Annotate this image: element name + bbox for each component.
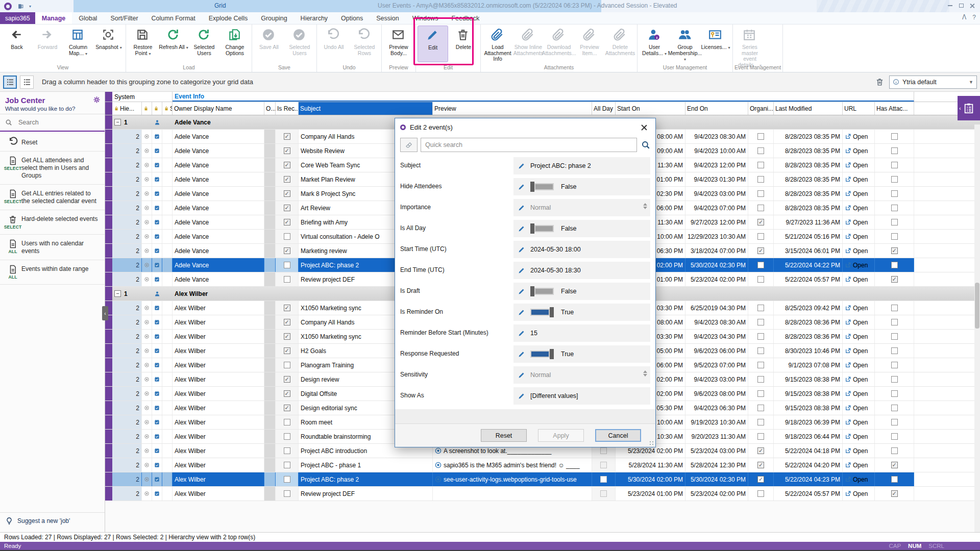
- open-link[interactable]: Open: [843, 344, 875, 358]
- column-header-subject[interactable]: Subject: [299, 102, 433, 115]
- user-details--button[interactable]: User Details... ▾: [639, 26, 670, 62]
- cell-isrec[interactable]: ✓: [276, 344, 299, 358]
- cell-org[interactable]: [748, 144, 774, 158]
- checkbox[interactable]: ✓: [284, 319, 290, 325]
- toggle-switch[interactable]: [530, 286, 554, 296]
- collapse-group-icon[interactable]: −: [114, 290, 121, 297]
- tab-explode-cells[interactable]: Explode Cells: [202, 12, 254, 24]
- tab-options[interactable]: Options: [334, 12, 370, 24]
- cell-org[interactable]: [748, 387, 774, 400]
- resize-grip[interactable]: [649, 441, 654, 446]
- help-icon[interactable]: ?: [972, 14, 976, 21]
- cancel-button[interactable]: Cancel: [595, 429, 641, 442]
- checkbox[interactable]: ✓: [284, 347, 290, 354]
- checkbox[interactable]: [891, 190, 898, 197]
- open-link[interactable]: Open: [843, 130, 875, 143]
- selected-users-button[interactable]: Selected Users: [189, 26, 219, 62]
- field-value-box[interactable]: False: [513, 283, 650, 300]
- sidebar-collapse-handle[interactable]: ‹: [102, 306, 108, 320]
- open-link[interactable]: Open: [843, 330, 875, 343]
- checkbox[interactable]: ✓: [284, 219, 290, 226]
- cell-hasatt[interactable]: ✓: [875, 272, 914, 286]
- clear-search-button[interactable]: [400, 138, 418, 152]
- cell-hasatt[interactable]: [875, 315, 914, 329]
- checkbox[interactable]: ✓: [891, 276, 898, 283]
- checkbox[interactable]: ✓: [284, 205, 290, 211]
- spinner-arrows[interactable]: [643, 203, 647, 209]
- cell-allday[interactable]: [592, 458, 616, 472]
- open-link[interactable]: Open: [843, 415, 875, 429]
- open-link[interactable]: Open: [843, 387, 875, 400]
- preview-body--button[interactable]: Preview Body...: [383, 26, 414, 62]
- cell-hasatt[interactable]: [875, 372, 914, 386]
- checkbox[interactable]: [600, 490, 607, 497]
- checkbox[interactable]: [891, 305, 898, 311]
- cell-isrec[interactable]: ✓: [276, 372, 299, 386]
- pencil-icon[interactable]: [518, 371, 525, 379]
- band-event-info[interactable]: Event Info: [173, 92, 914, 102]
- column-header-org[interactable]: Organi...: [748, 102, 774, 115]
- close-button[interactable]: [969, 3, 976, 9]
- checkbox[interactable]: [757, 319, 764, 325]
- edit-button[interactable]: Edit: [418, 26, 448, 62]
- tab-manage[interactable]: Manage: [35, 12, 72, 24]
- open-link[interactable]: Open: [843, 158, 875, 172]
- cell-isrec[interactable]: [276, 358, 299, 372]
- table-row[interactable]: 2Alex WilberProject ABC: phase 2see-user…: [105, 472, 980, 487]
- checkbox[interactable]: [600, 462, 607, 468]
- open-link[interactable]: Open: [843, 144, 875, 158]
- pencil-icon[interactable]: [518, 267, 525, 274]
- checkbox[interactable]: [891, 362, 898, 368]
- right-panel-toggle[interactable]: ‹: [958, 96, 980, 120]
- quick-search-input[interactable]: [421, 138, 637, 152]
- open-link[interactable]: Open: [843, 201, 875, 215]
- cell-hasatt[interactable]: ✓: [875, 458, 914, 472]
- minimize-button[interactable]: [946, 3, 953, 9]
- checkbox[interactable]: [757, 205, 764, 211]
- quick-access-caret-icon[interactable]: ▾: [29, 4, 31, 9]
- column-map--button[interactable]: Column Map... ▾: [63, 26, 93, 62]
- checkbox[interactable]: [757, 347, 764, 354]
- vertical-scrollbar[interactable]: [974, 124, 980, 532]
- cell-hasatt[interactable]: [875, 130, 914, 143]
- checkbox[interactable]: [757, 490, 764, 497]
- checkbox[interactable]: ✓: [891, 247, 898, 254]
- column-header-hasatt[interactable]: Has Attac...: [875, 102, 914, 115]
- field-value-box[interactable]: Project ABC: phase 2: [513, 157, 650, 174]
- open-link[interactable]: Open: [843, 315, 875, 329]
- pencil-icon[interactable]: [518, 392, 525, 400]
- checkbox[interactable]: [891, 205, 898, 211]
- open-link[interactable]: Open: [843, 258, 875, 272]
- toggle-switch[interactable]: [530, 349, 554, 359]
- search-input[interactable]: [17, 118, 89, 127]
- field-value-box[interactable]: Normal: [513, 366, 650, 384]
- cell-isrec[interactable]: ✓: [276, 301, 299, 315]
- column-header-isrec[interactable]: Is Rec...: [276, 102, 299, 115]
- cell-org[interactable]: [748, 401, 774, 415]
- checkbox[interactable]: ✓: [284, 305, 290, 311]
- cell-isrec[interactable]: ✓: [276, 158, 299, 172]
- snapshot-button[interactable]: Snapshot ▾: [93, 26, 124, 62]
- checkbox[interactable]: [891, 319, 898, 325]
- scrollbar-thumb[interactable]: [975, 283, 979, 329]
- job-item-3[interactable]: ALLUsers with no calendar events: [0, 235, 105, 260]
- cell-hasatt[interactable]: [875, 430, 914, 443]
- field-value-box[interactable]: 15: [513, 324, 650, 342]
- open-link[interactable]: Open: [843, 244, 875, 258]
- checkbox[interactable]: [284, 462, 290, 468]
- cell-hasatt[interactable]: [875, 444, 914, 458]
- tab-sort-filter[interactable]: Sort/Filter: [104, 12, 144, 24]
- window-stack-icon[interactable]: [17, 3, 24, 10]
- checkbox[interactable]: [891, 476, 898, 483]
- checkbox[interactable]: ✓: [284, 247, 290, 254]
- checkbox[interactable]: [757, 276, 764, 283]
- cell-org[interactable]: [748, 358, 774, 372]
- cell-hasatt[interactable]: [875, 258, 914, 272]
- cell-hasatt[interactable]: [875, 144, 914, 158]
- tab-windows[interactable]: Windows: [406, 12, 445, 24]
- checkbox[interactable]: [284, 233, 290, 240]
- cell-hasatt[interactable]: [875, 187, 914, 201]
- field-value-box[interactable]: Normal: [513, 199, 650, 216]
- column-header-url[interactable]: URL: [843, 102, 875, 115]
- checkbox[interactable]: [600, 476, 607, 483]
